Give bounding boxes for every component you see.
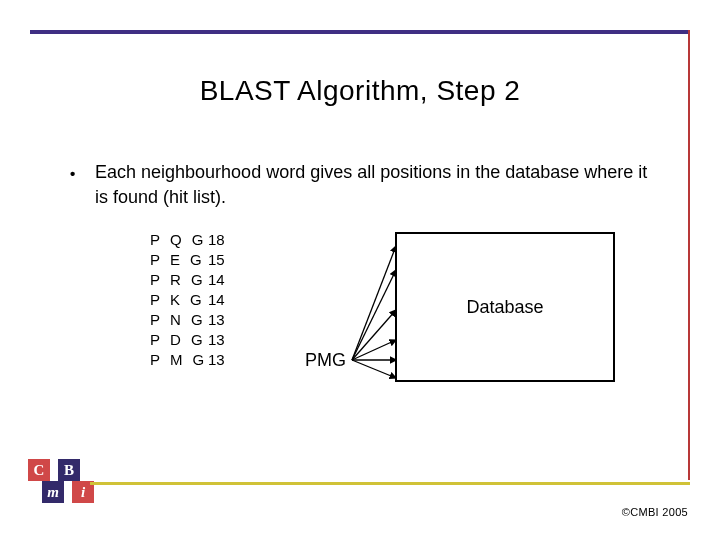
cmbi-logo: C m B i <box>28 459 90 505</box>
word-row: P N G13 <box>150 310 232 330</box>
logo-letter-m: m <box>42 481 64 503</box>
word-row: P E G15 <box>150 250 232 270</box>
svg-line-2 <box>352 310 396 360</box>
top-border <box>30 30 690 34</box>
svg-line-1 <box>352 270 396 360</box>
bullet-dot: • <box>70 165 75 182</box>
slide-title: BLAST Algorithm, Step 2 <box>0 75 720 107</box>
svg-line-5 <box>352 360 396 378</box>
logo-letter-b: B <box>58 459 80 481</box>
copyright: ©CMBI 2005 <box>622 506 688 518</box>
word-list: P Q G18 P E G15 P R G14 P K G14 P N G13 … <box>150 230 232 370</box>
logo-letter-c: C <box>28 459 50 481</box>
bottom-border <box>90 482 690 485</box>
word-row: P M G13 <box>150 350 232 370</box>
svg-line-0 <box>352 246 396 360</box>
bullet-text: Each neighbourhood word gives all positi… <box>95 160 650 210</box>
word-row: P K G14 <box>150 290 232 310</box>
svg-line-3 <box>352 340 396 360</box>
query-word-label: PMG <box>305 350 346 371</box>
arrows-graphic <box>350 230 400 385</box>
word-row: P D G13 <box>150 330 232 350</box>
database-label: Database <box>466 297 543 318</box>
word-row: P R G14 <box>150 270 232 290</box>
word-row: P Q G18 <box>150 230 232 250</box>
database-box: Database <box>395 232 615 382</box>
